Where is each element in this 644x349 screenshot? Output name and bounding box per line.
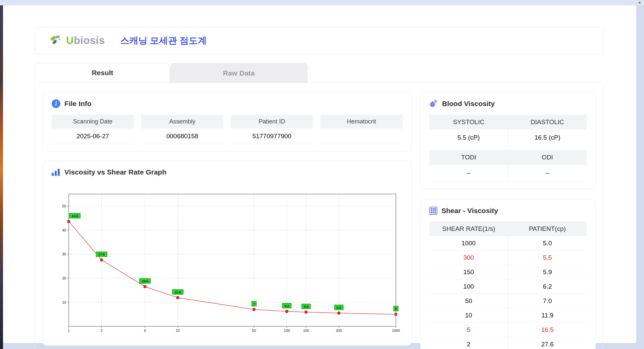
svg-text:2: 2 <box>101 329 103 333</box>
tab-raw-data[interactable]: Raw Data <box>170 63 308 83</box>
droplet-icon <box>429 99 438 108</box>
shear-viscosity-title-row: Shear - Viscosity <box>429 207 587 215</box>
field-label: Hematocrit <box>320 115 402 129</box>
app-header: Ubiosis 스캐닝 모세관 점도계 <box>35 27 603 54</box>
svg-text:7: 7 <box>253 302 255 306</box>
svg-text:11.9: 11.9 <box>175 290 181 294</box>
field-assembly: Assembly 000680158 <box>141 115 223 144</box>
shear-rate-column-header: SHEAR RATE(1/s) <box>429 221 508 236</box>
viscosity-chart: 12510501001503001000102030405043.627.616… <box>52 183 402 338</box>
bv-header-todi: TODI <box>429 150 508 165</box>
left-column: i File Info Scanning Date 2025-06-27 Ass… <box>43 92 412 349</box>
blood-viscosity-title: Blood Viscosity <box>442 100 495 108</box>
tab-result[interactable]: Result <box>35 63 170 83</box>
app-window: Ubiosis 스캐닝 모세관 점도계 Result Raw Data i Fi… <box>3 5 636 343</box>
svg-text:6.2: 6.2 <box>284 304 289 308</box>
svg-text:10: 10 <box>176 329 180 333</box>
svg-text:16.5: 16.5 <box>142 279 149 283</box>
patient-column-header: PATIENT(cp) <box>508 221 587 236</box>
shear-rate-value: 100 <box>429 280 508 294</box>
bv-value-row: 5.5 (cP) 16.5 (cP) <box>429 130 587 146</box>
patient-viscosity-value: 16.5 <box>508 323 587 337</box>
blood-viscosity-card: Blood Viscosity SYSTOLIC DIASTOLIC 5.5 (… <box>420 92 596 189</box>
window-titlebar: × <box>0 0 644 5</box>
patient-viscosity-value: 27.6 <box>508 337 587 349</box>
svg-text:5: 5 <box>395 307 397 310</box>
patient-viscosity-value: 5.0 <box>508 236 587 250</box>
field-label: Scanning Date <box>52 115 134 129</box>
shear-table-header: SHEAR RATE(1/s) PATIENT(cp) <box>429 221 587 236</box>
svg-text:5: 5 <box>144 329 146 333</box>
shear-rate-value: 1000 <box>429 236 508 250</box>
bv-value-todi: – <box>429 165 508 181</box>
svg-text:1: 1 <box>68 329 70 333</box>
patient-viscosity-value: 5.9 <box>508 265 587 279</box>
file-info-fields: Scanning Date 2025-06-27 Assembly 000680… <box>52 115 402 144</box>
svg-text:10: 10 <box>62 300 66 304</box>
shear-table-row: 1505.9 <box>429 265 587 280</box>
svg-text:20: 20 <box>62 276 66 280</box>
svg-text:5.5: 5.5 <box>337 306 341 309</box>
field-patient-id: Patient ID 51770977900 <box>231 115 313 144</box>
file-info-title-row: i File Info <box>52 99 402 108</box>
shear-rate-value: 50 <box>429 294 508 308</box>
shear-table-row: 507.0 <box>429 294 587 308</box>
bar-chart-icon <box>52 168 60 176</box>
shear-rate-value: 150 <box>429 265 508 279</box>
shear-rate-value: 5 <box>429 323 508 337</box>
shear-viscosity-card: Shear - Viscosity SHEAR RATE(1/s) PATIEN… <box>420 199 596 349</box>
bv-value-diastolic: 16.5 (cP) <box>508 130 587 146</box>
svg-text:30: 30 <box>62 252 66 256</box>
viscosity-graph-card: Viscosity vs Shear Rate Graph 1251050100… <box>43 160 412 346</box>
ubiosis-logo: Ubiosis <box>49 34 105 47</box>
shear-table-row: 10005.0 <box>429 236 587 251</box>
graph-title-row: Viscosity vs Shear Rate Graph <box>52 168 402 176</box>
viscosity-chart-svg: 12510501001503001000102030405043.627.616… <box>54 184 400 338</box>
bv-value-odi: – <box>508 165 587 181</box>
shear-table-row: 1006.2 <box>429 280 587 294</box>
field-value: 2025-06-27 <box>52 129 134 144</box>
svg-text:5.9: 5.9 <box>304 305 309 308</box>
bv-header-systolic: SYSTOLIC <box>429 115 508 130</box>
svg-text:27.6: 27.6 <box>98 252 105 256</box>
svg-text:1000: 1000 <box>392 329 400 333</box>
patient-viscosity-value: 7.0 <box>508 294 587 308</box>
result-panel: i File Info Scanning Date 2025-06-27 Ass… <box>35 83 603 349</box>
field-value: 51770977900 <box>231 129 313 144</box>
close-icon[interactable]: × <box>638 0 641 5</box>
shear-viscosity-table: SHEAR RATE(1/s) PATIENT(cp) 10005.03005.… <box>429 221 587 349</box>
svg-text:43.6: 43.6 <box>72 214 78 218</box>
bv-header-row: TODI ODI <box>429 150 587 165</box>
svg-text:50: 50 <box>252 329 256 333</box>
patient-viscosity-value: 6.2 <box>508 280 587 294</box>
patient-viscosity-value: 11.9 <box>508 308 587 322</box>
graph-title: Viscosity vs Shear Rate Graph <box>64 168 166 176</box>
logo-text: Ubiosis <box>66 35 105 47</box>
patient-viscosity-value: 5.5 <box>508 251 587 265</box>
field-hematocrit: Hematocrit <box>320 115 402 144</box>
bv-header-odi: ODI <box>508 150 587 165</box>
tab-bar: Result Raw Data <box>35 63 603 83</box>
shear-rate-value: 2 <box>429 337 508 349</box>
blood-viscosity-table: SYSTOLIC DIASTOLIC 5.5 (cP) 16.5 (cP) TO… <box>429 115 587 181</box>
shear-table-body: 10005.03005.51505.91006.2507.01011.9516.… <box>429 236 587 349</box>
desktop-wallpaper-strip <box>0 5 3 349</box>
blood-viscosity-title-row: Blood Viscosity <box>429 99 587 108</box>
info-icon: i <box>52 99 60 108</box>
svg-text:50: 50 <box>62 204 66 208</box>
shear-table-row: 227.6 <box>429 337 587 349</box>
shear-viscosity-title: Shear - Viscosity <box>441 207 498 215</box>
logo-leaves-icon <box>49 34 63 47</box>
shear-rate-value: 300 <box>429 251 508 265</box>
right-column: Blood Viscosity SYSTOLIC DIASTOLIC 5.5 (… <box>420 92 596 349</box>
svg-text:100: 100 <box>284 329 290 333</box>
field-value <box>320 129 402 144</box>
svg-text:40: 40 <box>62 228 66 232</box>
field-scanning-date: Scanning Date 2025-06-27 <box>52 115 134 144</box>
file-info-title: File Info <box>64 100 92 108</box>
bv-value-systolic: 5.5 (cP) <box>429 130 508 146</box>
bv-value-row: – – <box>429 165 587 181</box>
shear-table-row: 3005.5 <box>429 251 587 265</box>
page-title: 스캐닝 모세관 점도계 <box>120 35 207 47</box>
shear-rate-value: 10 <box>429 308 508 322</box>
